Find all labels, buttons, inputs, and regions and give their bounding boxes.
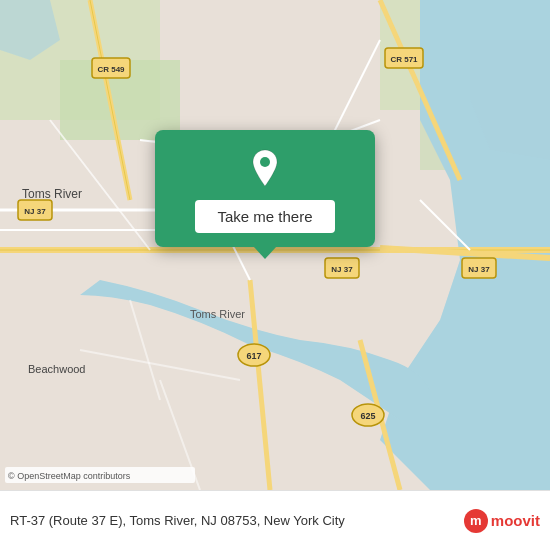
svg-text:NJ 37: NJ 37 [468, 265, 490, 274]
moovit-m-icon: m [464, 509, 488, 533]
svg-text:Toms River: Toms River [22, 187, 82, 201]
svg-text:NJ 37: NJ 37 [331, 265, 353, 274]
moovit-logo: m moovit [464, 509, 540, 533]
svg-text:CR 571: CR 571 [390, 55, 418, 64]
info-bar: RT-37 (Route 37 E), Toms River, NJ 08753… [0, 490, 550, 550]
svg-text:NJ 37: NJ 37 [24, 207, 46, 216]
svg-text:617: 617 [246, 351, 261, 361]
map-container: NJ 37 NJ 37 NJ 37 CR 549 CR 571 617 625 … [0, 0, 550, 490]
svg-text:© OpenStreetMap contributors: © OpenStreetMap contributors [8, 471, 131, 481]
svg-text:625: 625 [360, 411, 375, 421]
svg-point-43 [260, 157, 270, 167]
popup-card: Take me there [155, 130, 375, 247]
moovit-brand-text: moovit [491, 512, 540, 529]
svg-text:Beachwood: Beachwood [28, 363, 86, 375]
location-pin-icon [243, 146, 287, 190]
svg-text:Toms River: Toms River [190, 308, 245, 320]
take-me-there-button[interactable]: Take me there [195, 200, 334, 233]
address-text: RT-37 (Route 37 E), Toms River, NJ 08753… [10, 513, 456, 528]
svg-text:CR 549: CR 549 [97, 65, 125, 74]
